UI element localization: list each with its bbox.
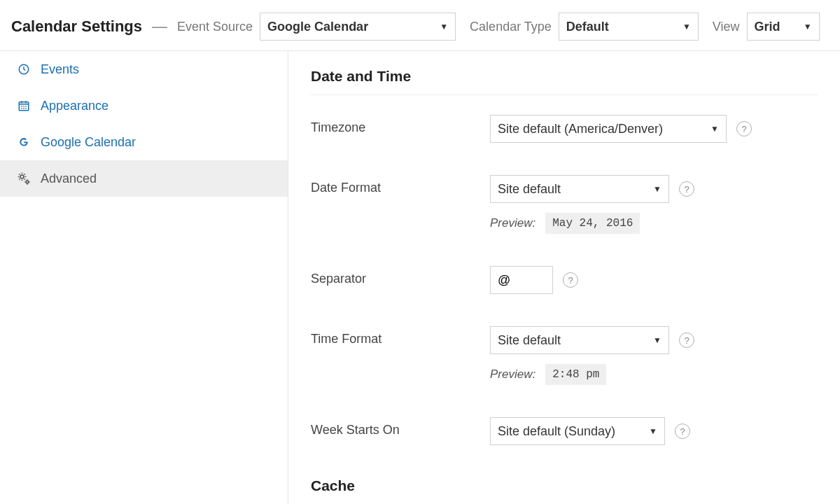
calendar-type-label: Calendar Type: [470, 20, 552, 34]
date-format-value: Site default: [498, 182, 561, 197]
calendar-type-value: Default: [566, 20, 609, 34]
date-format-preview-value: May 24, 2016: [545, 213, 640, 234]
divider: [311, 94, 818, 95]
sidebar-item-google-calendar[interactable]: Google Calendar: [0, 124, 288, 160]
sidebar-item-events[interactable]: Events: [0, 51, 288, 88]
sidebar: Events Appearance Google Calendar Advanc…: [0, 51, 288, 504]
chevron-down-icon: ▼: [653, 335, 662, 345]
separator-label: Separator: [311, 266, 490, 286]
section-heading-date-time: Date and Time: [311, 68, 818, 85]
chevron-down-icon: ▼: [440, 22, 448, 31]
date-format-select[interactable]: Site default ▼: [490, 175, 669, 203]
event-source-label: Event Source: [177, 20, 253, 34]
timezone-value: Site default (America/Denver): [498, 122, 663, 136]
help-icon[interactable]: ?: [736, 121, 752, 136]
timezone-select[interactable]: Site default (America/Denver) ▼: [490, 115, 727, 143]
calendar-type-select[interactable]: Default ▼: [559, 13, 699, 41]
sidebar-item-label: Advanced: [41, 172, 97, 186]
time-format-value: Site default: [498, 333, 561, 348]
timezone-label: Timezone: [311, 115, 490, 135]
event-source-value: Google Calendar: [267, 20, 368, 34]
event-source-select[interactable]: Google Calendar ▼: [260, 13, 456, 41]
time-format-label: Time Format: [311, 326, 490, 346]
week-starts-value: Site default (Sunday): [498, 424, 615, 439]
view-select[interactable]: Grid ▼: [747, 13, 820, 41]
page-title: Calendar Settings: [11, 18, 142, 36]
chevron-down-icon: ▼: [710, 124, 719, 134]
chevron-down-icon: ▼: [653, 184, 662, 194]
date-format-preview-label: Preview:: [490, 216, 536, 230]
time-format-preview-label: Preview:: [490, 368, 536, 382]
sidebar-item-label: Google Calendar: [41, 135, 136, 150]
google-icon: [17, 136, 31, 148]
separator-input[interactable]: [490, 266, 553, 294]
help-icon[interactable]: ?: [679, 181, 694, 197]
section-heading-cache: Cache: [311, 477, 818, 494]
help-icon[interactable]: ?: [679, 332, 694, 348]
week-starts-label: Week Starts On: [311, 417, 490, 438]
calendar-icon: [17, 99, 31, 112]
sidebar-item-advanced[interactable]: Advanced: [0, 160, 288, 197]
date-format-label: Date Format: [311, 175, 490, 195]
main-panel: Date and Time Timezone Site default (Ame…: [288, 51, 840, 504]
gears-icon: [17, 172, 31, 186]
sidebar-item-label: Events: [41, 62, 79, 77]
week-starts-select[interactable]: Site default (Sunday) ▼: [490, 417, 665, 445]
chevron-down-icon: ▼: [804, 22, 812, 31]
header-bar: Calendar Settings — Event Source Google …: [0, 0, 840, 51]
dash-separator: —: [152, 18, 167, 36]
chevron-down-icon: ▼: [649, 426, 657, 436]
help-icon[interactable]: ?: [563, 272, 578, 288]
sidebar-item-label: Appearance: [41, 99, 108, 113]
sidebar-item-appearance[interactable]: Appearance: [0, 88, 288, 124]
time-format-preview-value: 2:48 pm: [545, 364, 606, 385]
chevron-down-icon: ▼: [682, 22, 691, 31]
view-label: View: [713, 20, 740, 34]
clock-icon: [17, 63, 31, 76]
view-value: Grid: [755, 20, 780, 34]
time-format-select[interactable]: Site default ▼: [490, 326, 669, 354]
svg-point-2: [20, 175, 24, 178]
svg-point-3: [26, 181, 29, 183]
help-icon[interactable]: ?: [675, 424, 690, 439]
